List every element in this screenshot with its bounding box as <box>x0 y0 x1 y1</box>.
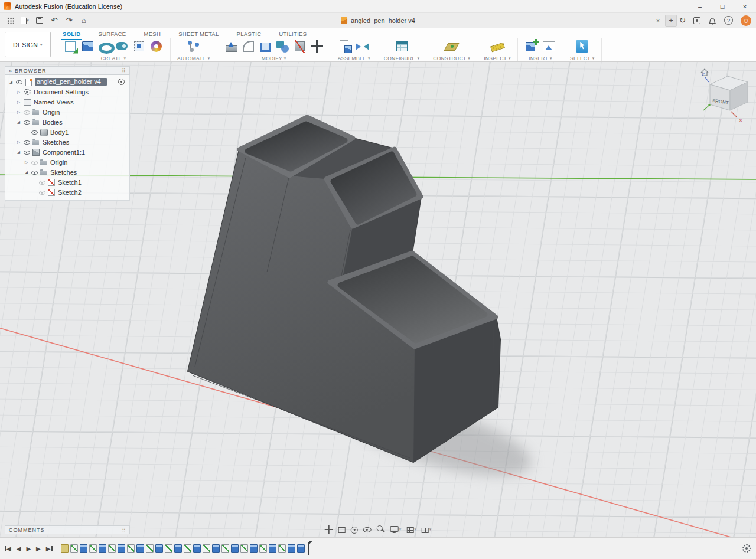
account-avatar[interactable]: ☺ <box>741 15 751 26</box>
timeline-feature-sketch-icon[interactable] <box>146 544 154 553</box>
group-dropdown-construct[interactable]: CONSTRUCT▾ <box>433 55 470 61</box>
display-settings-button[interactable]: ▾ <box>389 524 403 535</box>
browser-item-bodies[interactable]: ◢Bodies <box>6 117 128 127</box>
close-button[interactable]: × <box>734 0 756 13</box>
save-icon[interactable] <box>35 17 44 24</box>
timeline-feature-sketch-icon[interactable] <box>184 544 191 553</box>
timeline-feature-extrude-icon[interactable] <box>174 544 182 553</box>
timeline-feature-sketch-icon[interactable] <box>127 544 135 553</box>
step-back-button[interactable]: ◀ <box>17 545 21 552</box>
browser-item-origin[interactable]: ▷Origin <box>6 107 128 117</box>
combine-icon[interactable] <box>275 39 290 54</box>
timeline-feature-extrude-icon[interactable] <box>297 544 305 553</box>
skip-to-start-button[interactable]: ◀ <box>5 545 11 552</box>
minimize-button[interactable]: – <box>689 0 711 13</box>
look-at-button[interactable] <box>361 524 373 535</box>
redo-icon[interactable]: ↷ <box>65 16 73 25</box>
timeline-feature-sketch-icon[interactable] <box>259 544 267 553</box>
timeline-feature-sketch-icon[interactable] <box>70 544 78 553</box>
visibility-eye-icon[interactable] <box>23 138 31 146</box>
grid-display-button[interactable]: ▾ <box>405 524 418 535</box>
timeline-feature-extrude-icon[interactable] <box>155 544 163 553</box>
tab-close-icon[interactable]: × <box>653 17 663 24</box>
select-icon[interactable] <box>575 39 589 54</box>
browser-item-component1-1[interactable]: ◢Component1:1 <box>6 147 128 157</box>
visibility-eye-icon[interactable] <box>23 108 31 116</box>
timeline-feature-extrude-icon[interactable] <box>269 544 276 553</box>
view-cube[interactable]: FRONT Z X <box>699 66 754 123</box>
timeline-feature-extrude-icon[interactable] <box>288 544 295 553</box>
press-pull-icon[interactable] <box>224 39 239 54</box>
timeline-feature-sketch-icon[interactable] <box>240 544 248 553</box>
skip-to-end-button[interactable]: ▶ <box>46 545 53 552</box>
fit-button[interactable] <box>337 524 347 535</box>
viewport-canvas[interactable]: « BROWSER ⠿ ◢angled_pen_holder v4▷Docume… <box>0 62 756 537</box>
collapse-panel-icon[interactable]: « <box>9 68 12 74</box>
timeline-position-marker[interactable] <box>308 542 309 555</box>
coil-icon[interactable] <box>149 39 164 54</box>
timeline-feature-extrude-icon[interactable] <box>136 544 144 553</box>
expand-arrow-icon[interactable]: ▷ <box>15 110 22 115</box>
home-icon[interactable]: ⌂ <box>80 16 88 25</box>
plane-icon[interactable] <box>444 39 459 54</box>
group-dropdown-insert[interactable]: INSERT▾ <box>529 55 552 61</box>
app-grid-icon[interactable] <box>6 16 14 25</box>
joint-icon[interactable] <box>355 39 370 54</box>
browser-item-document-settings[interactable]: ▷Document Settings <box>6 87 128 97</box>
browser-item-angled-pen-holder-v4[interactable]: ◢angled_pen_holder v4 <box>6 77 128 87</box>
decal-icon[interactable] <box>542 39 556 54</box>
browser-panel-header[interactable]: « BROWSER ⠿ <box>5 66 130 75</box>
document-tab[interactable]: angled_pen_holder v4 <box>341 17 415 24</box>
measure-icon[interactable] <box>490 39 505 54</box>
browser-item-body1[interactable]: Body1 <box>6 127 128 137</box>
expand-arrow-icon[interactable]: ▷ <box>23 160 30 165</box>
browser-item-sketches[interactable]: ▷Sketches <box>6 137 128 147</box>
timeline-feature-sketch-icon[interactable] <box>165 544 172 553</box>
browser-item-sketch2[interactable]: Sketch2 <box>6 187 128 197</box>
browser-item-origin[interactable]: ▷Origin <box>6 157 128 167</box>
expand-arrow-icon[interactable]: ◢ <box>23 170 30 175</box>
visibility-eye-icon[interactable] <box>23 118 31 126</box>
move-icon[interactable] <box>309 39 324 54</box>
timeline-feature-plane-icon[interactable] <box>61 544 69 553</box>
group-dropdown-create[interactable]: CREATE▾ <box>101 55 126 61</box>
job-status-icon[interactable] <box>693 17 700 24</box>
timeline-feature-sketch-icon[interactable] <box>278 544 286 553</box>
undo-icon[interactable]: ↶ <box>50 16 58 25</box>
pan-button[interactable] <box>323 524 335 535</box>
timeline-feature-sketch-icon[interactable] <box>89 544 97 553</box>
new-component-icon[interactable] <box>338 39 353 54</box>
timeline-feature-extrude-icon[interactable] <box>80 544 87 553</box>
timeline-feature-sketch-icon[interactable] <box>221 544 229 553</box>
group-dropdown-select[interactable]: SELECT▾ <box>570 55 595 61</box>
visibility-eye-icon[interactable] <box>31 158 38 166</box>
box-icon[interactable] <box>80 39 95 54</box>
insert-derive-icon[interactable] <box>524 39 539 54</box>
timeline-feature-extrude-icon[interactable] <box>193 544 201 553</box>
expand-arrow-icon[interactable]: ▷ <box>15 90 22 94</box>
help-icon[interactable]: ? <box>724 16 733 25</box>
comments-panel-header[interactable]: COMMENTS ⠿ <box>5 525 130 534</box>
notifications-bell-icon[interactable] <box>708 17 716 25</box>
sweep-icon[interactable] <box>115 39 129 54</box>
expand-arrow-icon[interactable]: ◢ <box>8 80 14 84</box>
timeline-feature-extrude-icon[interactable] <box>212 544 220 553</box>
timeline-feature-extrude-icon[interactable] <box>250 544 258 553</box>
workspace-selector[interactable]: DESIGN ▾ <box>5 32 51 57</box>
group-dropdown-configure[interactable]: CONFIGURE▾ <box>384 55 420 61</box>
timeline-settings-gear-icon[interactable] <box>742 544 751 553</box>
visibility-eye-icon[interactable] <box>31 168 38 176</box>
maximize-button[interactable]: □ <box>711 0 734 13</box>
timeline-feature-extrude-icon[interactable] <box>231 544 239 553</box>
activate-component-radio[interactable] <box>118 79 125 85</box>
file-menu-icon[interactable]: ▾ <box>21 16 29 25</box>
new-tab-button[interactable]: + <box>665 15 677 27</box>
timeline-feature-extrude-icon[interactable] <box>118 544 125 553</box>
automate-icon[interactable] <box>186 39 201 54</box>
browser-item-named-views[interactable]: ▷Named Views <box>6 97 128 107</box>
expand-arrow-icon[interactable]: ▷ <box>15 100 22 104</box>
zoom-button[interactable] <box>375 524 387 535</box>
expand-arrow-icon[interactable]: ◢ <box>15 150 22 155</box>
orbit-button[interactable] <box>349 524 360 535</box>
visibility-eye-icon[interactable] <box>23 148 31 156</box>
